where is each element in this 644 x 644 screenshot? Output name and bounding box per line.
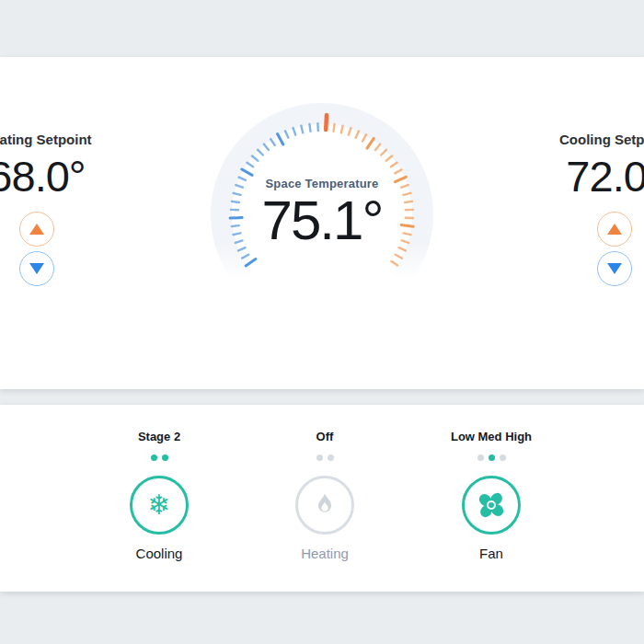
heating-stage-dots [242,454,408,461]
fan-mode-button[interactable] [462,476,521,535]
temperature-card: Space Temperature 75.1° Heating Setpoint… [0,57,644,389]
cooling-mode-column: Stage 2 ❄ Cooling [76,405,242,592]
fan-mode-column: Low Med High Fan [408,405,574,592]
cooling-mode-label: Cooling [76,546,242,561]
fan-speed-status: Low Med High [408,430,574,443]
heating-setpoint-value: 68.0° [0,155,115,198]
cooling-mode-button[interactable]: ❄ [130,476,189,535]
cooling-stage-dots [76,454,242,461]
stage-dot [328,454,334,461]
heating-mode-label: Heating [242,546,408,561]
stage-dot [500,454,506,461]
stage-dot [489,454,495,461]
cooling-setpoint-label: Cooling Setpoint [536,132,644,147]
arrow-up-icon [29,224,44,235]
cooling-decrease-button[interactable] [597,251,632,286]
heating-decrease-button[interactable] [19,251,54,286]
arrow-down-icon [607,263,622,274]
stage-dot [151,454,157,461]
heating-setpoint-panel: Heating Setpoint 68.0° [0,57,115,389]
modes-card: Stage 2 ❄ Cooling Off Heating Low Med Hi… [0,405,644,592]
cooling-setpoint-value: 72.0° [536,155,644,198]
fan-speed-dots [408,454,574,461]
heating-increase-button[interactable] [19,212,54,247]
cooling-setpoint-panel: Cooling Setpoint 72.0° [536,57,644,389]
flame-icon [310,490,339,520]
stage-dot [316,454,323,461]
snowflake-icon: ❄ [147,491,170,519]
stage-dot [477,454,484,461]
thermostat-page: Space Temperature 75.1° Heating Setpoint… [0,0,644,644]
cooling-stage-status: Stage 2 [76,430,242,443]
cooling-increase-button[interactable] [597,212,632,247]
fan-mode-label: Fan [408,546,574,561]
fan-icon [475,489,508,522]
heating-mode-column: Off Heating [242,405,408,592]
heating-stage-status: Off [242,430,408,443]
heating-mode-button[interactable] [295,476,354,535]
heating-setpoint-label: Heating Setpoint [0,132,115,147]
arrow-up-icon [607,224,622,235]
stage-dot [162,454,168,461]
arrow-down-icon [29,263,44,274]
